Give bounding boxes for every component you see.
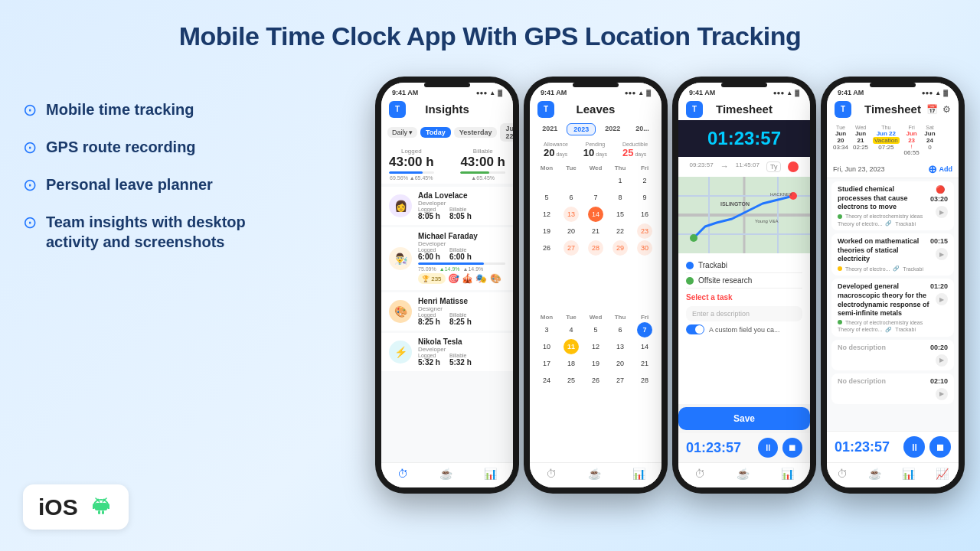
week-tue[interactable]: Tue Jun 20 03:34 — [831, 123, 850, 158]
battery-icon-2: ▓ — [646, 90, 651, 96]
year-2023[interactable]: 2023 — [567, 123, 596, 135]
member-info-tesla: Nikola Tesla Developer Logged 5:32 h Bil… — [418, 337, 505, 367]
ios-label: iOS — [38, 494, 78, 520]
logged-progress — [389, 171, 434, 174]
yesterday-button[interactable]: Yesterday — [454, 127, 498, 138]
entry-tags-1: Theory of electrochemistry ideas — [838, 214, 930, 219]
delete-btn-1[interactable]: 🔴 — [936, 185, 945, 194]
ts-buttons: ⏸ ⏹ — [903, 436, 951, 458]
nav-coffee-icon-3[interactable]: ☕ — [737, 468, 750, 480]
svg-rect-5 — [98, 510, 100, 514]
nav-chart-icon-4[interactable]: 📊 — [902, 468, 915, 480]
entry-info-5: No description — [838, 377, 930, 386]
nav-chart-icon-2[interactable]: 📊 — [632, 468, 645, 480]
nav-coffee-icon[interactable]: ☕ — [439, 468, 452, 480]
year-2022[interactable]: 2022 — [599, 123, 626, 135]
select-task[interactable]: Select a task — [686, 293, 802, 302]
hours-faraday-billable: 6:00 h — [449, 253, 472, 261]
year-more[interactable]: 20... — [629, 123, 655, 135]
play-btn-4[interactable]: ▶ — [936, 354, 948, 367]
cal-row-6: 3 4 5 6 7 — [534, 322, 657, 337]
trackabi-dot — [686, 262, 694, 269]
nav-timer-icon[interactable]: ⏱ — [397, 468, 408, 480]
team-member: 👩 Ada Lovelace Developer Logged 8:05 h — [381, 187, 513, 225]
awards-row: 🏆 235 🎯 🎪 🎭 🎨 — [418, 272, 505, 285]
week-thu[interactable]: Thu Jun 22 Vacation 07:25 — [871, 123, 901, 158]
settings-icon[interactable]: ⚙ — [942, 104, 951, 115]
overtime-indicator: ! — [904, 144, 920, 149]
custom-toggle[interactable] — [686, 324, 704, 334]
entry-time-5: 02:10 — [930, 377, 948, 385]
add-button[interactable]: ⊕ Add — [928, 163, 953, 175]
time-fields: 09:23:57 → 11:45:07 Ty — [678, 157, 810, 177]
play-btn-2[interactable]: ▶ — [936, 248, 948, 260]
check-circle-icon-3: ⊙ — [23, 175, 37, 195]
ts-stop-button[interactable]: ⏹ — [929, 436, 951, 458]
play-btn-5[interactable]: ▶ — [936, 388, 948, 400]
nav-timer-icon-4[interactable]: ⏱ — [837, 468, 848, 480]
time-entry: No description 00:20 ▶ — [831, 340, 954, 370]
hours-matisse-logged: 8:25 h — [418, 318, 440, 326]
leaves-content: 2021 2023 2022 20... Allowance 20 days — [530, 120, 662, 462]
week-header: Tue Jun 20 03:34 Wed Jun 21 02:25 Thu Ju… — [827, 120, 959, 161]
calendar-icon[interactable]: 📅 — [926, 104, 938, 115]
daily-dropdown[interactable]: Daily ▾ — [387, 127, 417, 138]
cal-row-8: 17 18 19 20 21 — [534, 356, 657, 371]
cal-row-7: 10 11 12 13 14 — [534, 339, 657, 354]
android-icon — [89, 492, 113, 522]
phone-timesheet: 9:41 AM ●●● ▲ ▓ T Timesheet 📅 ⚙ — [821, 77, 965, 494]
check-circle-icon-4: ⊙ — [23, 213, 37, 233]
date-button[interactable]: Jun 22 — [500, 123, 513, 142]
nav-coffee-icon-2[interactable]: ☕ — [588, 468, 601, 480]
trackabi-label: Trackabi — [698, 261, 727, 269]
tag-dot-3 — [838, 320, 842, 324]
avatar-matisse: 🎨 — [389, 300, 412, 323]
entry-tags-1b: Theory of electro... 🔗 Trackabi — [838, 220, 930, 227]
nav-coffee-icon-4[interactable]: ☕ — [868, 468, 881, 480]
add-label: Add — [939, 165, 953, 173]
nav-chart-icon[interactable]: 📊 — [484, 468, 497, 480]
feature-insights-text: Team insights with desktop activity and … — [46, 212, 268, 252]
stop-button[interactable]: ⏹ — [782, 438, 802, 458]
phones-container: 9:41 AM ●●● ▲ ▓ T Insights Daily ▾ — [375, 77, 965, 494]
week-fri[interactable]: Fri Jun 23 ! 06:55 — [903, 123, 921, 158]
svg-rect-3 — [93, 504, 95, 509]
nav-timer-icon-3[interactable]: ⏱ — [694, 468, 705, 480]
today-button[interactable]: Today — [420, 127, 451, 138]
logged-fill — [389, 171, 423, 174]
nav-timer-icon-2[interactable]: ⏱ — [546, 468, 557, 480]
description-input[interactable]: Enter a description — [686, 306, 802, 321]
logged-item: Logged 43:00 h 69.56% ▲65.45% — [389, 148, 434, 181]
save-button[interactable]: Save — [678, 407, 810, 430]
timer-display: 01:23:57 — [678, 120, 810, 157]
task-offsite: Offsite research — [686, 273, 802, 289]
pause-button[interactable]: ⏸ — [758, 438, 778, 458]
logged-value: 43:00 h — [389, 155, 434, 170]
entry-time-1: 03:20 — [930, 195, 948, 203]
page-title: Mobile Time Clock App With GPS Location … — [0, 0, 980, 65]
wifi-icon: ▲ — [489, 90, 495, 96]
week-sat[interactable]: Sat Jun 24 0 — [923, 123, 938, 158]
bottom-nav-3: ⏱ ☕ 📊 — [678, 462, 810, 487]
feature-gps: ⊙ GPS route recording — [23, 137, 268, 158]
allowance-stat: Allowance 20 days — [544, 142, 568, 158]
signal-icon: ●●● — [476, 90, 488, 96]
avatar-ada: 👩 — [389, 194, 412, 217]
week-wed[interactable]: Wed Jun 21 02:25 — [851, 123, 870, 158]
plus-icon: ⊕ — [928, 163, 937, 175]
play-btn-1[interactable]: ▶ — [936, 206, 948, 218]
svg-text:Young V&A: Young V&A — [755, 219, 778, 223]
play-btn-3[interactable]: ▶ — [936, 293, 948, 305]
deductible-value: 25 — [622, 147, 633, 158]
logged-row: Logged 43:00 h 69.56% ▲65.45% Billable 4… — [381, 145, 513, 184]
year-2021[interactable]: 2021 — [536, 123, 564, 135]
nav-chart-icon-3[interactable]: 📊 — [781, 468, 794, 480]
nav-bar-icon-4[interactable]: 📈 — [936, 468, 949, 480]
billable-progress — [460, 171, 505, 174]
logged-lbl: Logged — [418, 207, 440, 212]
time-entry: Developed general macroscopic theory for… — [831, 279, 954, 337]
member-name-faraday: Michael Faraday — [418, 232, 505, 240]
ts-pause-button[interactable]: ⏸ — [903, 436, 925, 458]
cal-header-2: Mon Tue Wed Thu Fri — [534, 314, 657, 321]
app-logo-2: T — [537, 101, 554, 118]
